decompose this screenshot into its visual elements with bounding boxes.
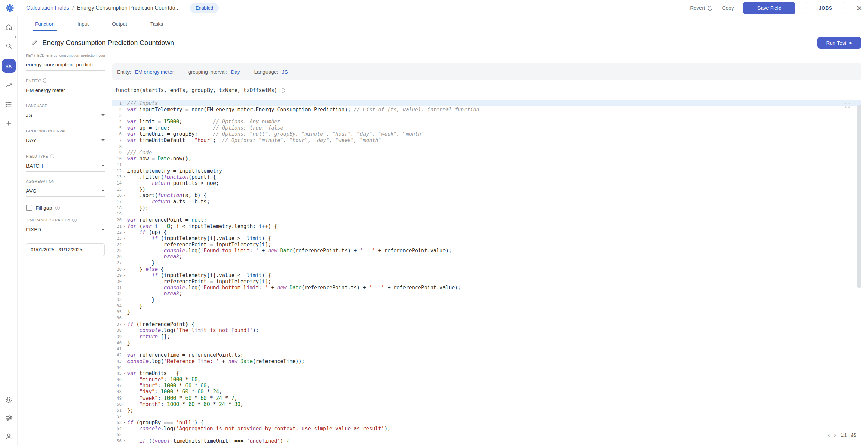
code-line-35[interactable]: 35}: [112, 309, 861, 315]
app-logo-icon[interactable]: [5, 4, 14, 13]
code-line-48[interactable]: 48 "day": 1000 * 60 * 60 * 24,: [112, 389, 861, 395]
tab-tasks[interactable]: Tasks: [146, 16, 167, 31]
context-entity-link[interactable]: EM energy meter: [135, 69, 174, 75]
sidebar-expand-icon[interactable]: [14, 33, 16, 40]
code-line-10[interactable]: 10var now = Date.now();: [112, 156, 861, 162]
search-icon[interactable]: [5, 42, 13, 50]
settings-gear-icon[interactable]: [5, 396, 13, 404]
code-line-26[interactable]: 26 break;: [112, 254, 861, 260]
code-line-39[interactable]: 39 return [];: [112, 334, 861, 340]
home-icon[interactable]: [5, 23, 13, 31]
code-line-29[interactable]: 29▾ if (inputTelemetry[i].value <= limit…: [112, 272, 861, 278]
breadcrumb-root-link[interactable]: Calculation Fields: [26, 5, 69, 11]
code-line-38[interactable]: 38 console.log('The limit is not Found!'…: [112, 327, 861, 333]
code-line-28[interactable]: 28▾ } else {: [112, 266, 861, 272]
code-line-5[interactable]: 5var up = true; // Options: true, false: [112, 125, 861, 131]
chevron-right-icon[interactable]: [834, 432, 836, 438]
close-icon[interactable]: [857, 4, 862, 13]
code-line-33[interactable]: 33 }: [112, 297, 861, 303]
code-line-37[interactable]: 37▾if (!referencePoint) {: [112, 321, 861, 327]
code-lines[interactable]: 1/// Inputs2var inputTelemetry = none(EM…: [112, 100, 861, 443]
fullscreen-icon[interactable]: [844, 102, 850, 110]
list-icon[interactable]: [5, 100, 13, 109]
code-line-40[interactable]: 40}: [112, 340, 861, 346]
code-line-56[interactable]: 56▾ if (typeof timeUnits[timeUnit] === '…: [112, 438, 861, 443]
code-line-20[interactable]: 20var referencePoint = null;: [112, 217, 861, 223]
language-select[interactable]: JS: [26, 110, 105, 121]
edit-pencil-icon[interactable]: [31, 39, 38, 46]
code-line-15[interactable]: 15 }): [112, 186, 861, 192]
code-line-52[interactable]: 52: [112, 413, 861, 420]
code-line-54[interactable]: 54 console.log('Aggregation is not provi…: [112, 426, 861, 432]
tab-input[interactable]: Input: [74, 16, 93, 31]
save-field-button[interactable]: Save Field: [743, 2, 795, 14]
code-line-19[interactable]: 19: [112, 211, 861, 217]
code-line-17[interactable]: 17 return a.ts - b.ts;: [112, 199, 861, 205]
code-line-30[interactable]: 30 referencePoint = inputTelemetry[i];: [112, 278, 861, 285]
timerange-strategy-select[interactable]: FIXED: [26, 224, 105, 235]
code-line-4[interactable]: 4var limit = 15000; // Options: Any numb…: [112, 119, 861, 125]
code-line-16[interactable]: 16▾ .sort(function(a, b) {: [112, 192, 861, 198]
code-line-2[interactable]: 2var inputTelemetry = none(EM energy met…: [112, 106, 861, 113]
code-line-24[interactable]: 24 referencePoint = inputTelemetry[i];: [112, 241, 861, 248]
code-line-36[interactable]: 36: [112, 315, 861, 321]
tune-sliders-icon[interactable]: [5, 414, 13, 422]
code-line-14[interactable]: 14 return point.ts > now;: [112, 180, 861, 186]
tab-function[interactable]: Function: [31, 16, 59, 31]
code-line-46[interactable]: 46 "minute": 1000 * 60,: [112, 376, 861, 383]
chevron-left-icon[interactable]: [828, 432, 830, 438]
info-icon[interactable]: [72, 218, 77, 222]
run-test-button[interactable]: Run Test: [817, 37, 861, 49]
code-line-8[interactable]: 8: [112, 143, 861, 150]
code-line-45[interactable]: 45▾var timeUnits = {: [112, 370, 861, 376]
info-icon[interactable]: [55, 206, 60, 210]
code-line-3[interactable]: 3: [112, 113, 861, 119]
code-line-23[interactable]: 23▾ if (inputTelemetry[i].value >= limit…: [112, 235, 861, 241]
entity-input[interactable]: [26, 84, 105, 96]
code-line-32[interactable]: 32 break;: [112, 291, 861, 297]
code-line-21[interactable]: 21▾for (var i = 0; i < inputTelemetry.le…: [112, 223, 861, 229]
code-line-50[interactable]: 50 "month": 1000 * 60 * 60 * 24 * 30,: [112, 401, 861, 407]
code-line-43[interactable]: 43console.log('Reference Time: ' + new D…: [112, 358, 861, 364]
code-line-53[interactable]: 53▾if (groupBy === 'null') {: [112, 420, 861, 426]
field-type-select[interactable]: BATCH: [26, 160, 105, 172]
context-grouping-link[interactable]: Day: [231, 69, 240, 75]
jobs-button[interactable]: JOBS: [805, 2, 846, 14]
context-language-link[interactable]: JS: [282, 69, 288, 75]
calculated-fields-icon[interactable]: [2, 59, 16, 73]
code-line-13[interactable]: 13▾ .filter(function(point) {: [112, 174, 861, 180]
profile-person-icon[interactable]: [5, 432, 13, 441]
code-line-6[interactable]: 6var timeUnit = groupBy; // Options: "nu…: [112, 131, 861, 137]
code-line-51[interactable]: 51};: [112, 407, 861, 413]
fill-gap-checkbox[interactable]: [26, 205, 32, 211]
tab-output[interactable]: Output: [108, 16, 131, 31]
code-line-7[interactable]: 7var timeUnitDefault = "hour"; // Option…: [112, 137, 861, 143]
code-line-31[interactable]: 31 console.log('Found bottom limit: ' + …: [112, 285, 861, 291]
code-line-11[interactable]: 11: [112, 162, 861, 168]
code-line-18[interactable]: 18 });: [112, 205, 861, 211]
code-editor[interactable]: 1/// Inputs2var inputTelemetry = none(EM…: [112, 100, 861, 443]
info-icon[interactable]: [50, 154, 54, 158]
key-input[interactable]: [26, 59, 105, 71]
add-plus-icon[interactable]: [5, 119, 13, 128]
scrollbar-thumb[interactable]: [857, 105, 861, 288]
grouping-interval-select[interactable]: DAY: [26, 135, 105, 146]
info-icon[interactable]: [43, 78, 47, 83]
revert-button[interactable]: Revert: [690, 5, 713, 11]
code-line-55[interactable]: 55: [112, 432, 861, 438]
code-line-44[interactable]: 44: [112, 364, 861, 370]
copy-button[interactable]: Copy: [722, 5, 734, 11]
code-line-12[interactable]: 12inputTelemetry = inputTelemetry: [112, 168, 861, 174]
code-line-1[interactable]: 1/// Inputs: [112, 100, 861, 106]
code-line-9[interactable]: 9/// Code: [112, 150, 861, 156]
trending-chart-icon[interactable]: [5, 81, 13, 90]
code-line-47[interactable]: 47 "hour": 1000 * 60 * 60,: [112, 383, 861, 389]
code-line-34[interactable]: 34 }: [112, 303, 861, 309]
code-line-25[interactable]: 25 console.log('Found top limit: ' + new…: [112, 248, 861, 254]
info-icon[interactable]: [281, 88, 285, 93]
code-line-22[interactable]: 22▾ if (up) {: [112, 229, 861, 235]
code-line-49[interactable]: 49 "week": 1000 * 60 * 60 * 24 * 7,: [112, 395, 861, 401]
code-line-42[interactable]: 42var referenceTime = referencePoint.ts;: [112, 352, 861, 358]
code-line-41[interactable]: 41: [112, 346, 861, 352]
date-range-field[interactable]: 01/01/2025 - 31/12/2025: [26, 243, 105, 256]
